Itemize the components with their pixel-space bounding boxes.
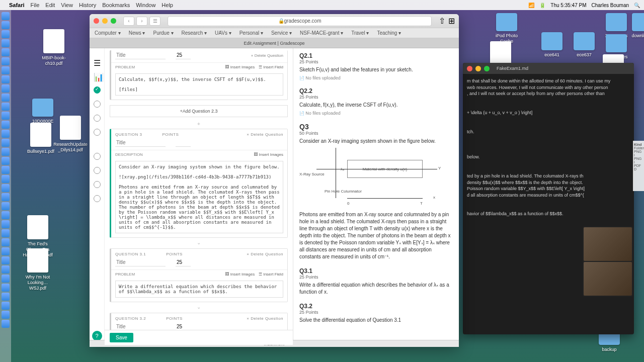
spotlight-icon[interactable]: 🔍 <box>634 3 640 8</box>
dock-app[interactable] <box>2 284 10 292</box>
wifi-icon[interactable]: 📶 <box>528 3 534 8</box>
dock-app[interactable] <box>2 148 10 156</box>
dock-app[interactable] <box>2 220 10 228</box>
dock-app[interactable] <box>2 311 10 319</box>
close-icon[interactable] <box>467 66 472 71</box>
collapse-handle[interactable]: ⌄ <box>110 240 288 245</box>
bookmark-item[interactable]: Travel ▾ <box>351 30 369 36</box>
dock-app[interactable] <box>2 229 10 237</box>
title-input[interactable] <box>115 258 166 266</box>
dock-app[interactable] <box>2 184 10 192</box>
user-name[interactable]: Charles Bouman <box>592 3 629 8</box>
problem-textarea[interactable]: Calculate, $$f(x,y)$$, the inverse CSFT … <box>115 73 283 96</box>
bookmark-item[interactable]: Service ▾ <box>271 30 292 36</box>
points-input[interactable] <box>176 139 191 147</box>
dock-app[interactable] <box>2 48 10 56</box>
app-name[interactable]: Safari <box>9 2 25 8</box>
add-question-button[interactable]: +Add Question 2.3 <box>110 105 288 117</box>
dock-app[interactable] <box>2 139 10 147</box>
step-icon[interactable] <box>94 129 101 136</box>
dock-app[interactable] <box>2 211 10 219</box>
menu-window[interactable]: Window <box>136 2 155 8</box>
step-icon[interactable] <box>94 195 101 202</box>
insert-images-link[interactable]: 🖼 Insert Images <box>225 272 255 277</box>
menu-help[interactable]: Help <box>162 2 173 8</box>
battery-icon[interactable]: 🔋 <box>539 3 545 8</box>
delete-question-link[interactable]: × Delete Question <box>251 53 283 58</box>
editor-titlebar[interactable]: FakeExam1.md <box>463 63 634 74</box>
step-icon[interactable] <box>94 167 101 174</box>
dock-app[interactable] <box>2 157 10 165</box>
dock-app[interactable] <box>2 30 10 38</box>
title-input[interactable] <box>115 51 166 59</box>
points-input[interactable] <box>176 258 191 266</box>
step-icon[interactable] <box>94 115 101 122</box>
video-call-window[interactable] <box>583 226 633 297</box>
minimize-icon[interactable] <box>102 18 108 24</box>
menu-bookmarks[interactable]: Bookmarks <box>102 2 130 8</box>
menu-view[interactable]: View <box>61 2 73 8</box>
insert-images-link[interactable]: 🖼 Insert Images <box>225 65 255 69</box>
bookmark-item[interactable]: Computer ▾ <box>95 30 121 36</box>
zoom-icon[interactable] <box>111 18 116 24</box>
close-icon[interactable] <box>94 18 99 24</box>
dock-app[interactable] <box>2 39 10 47</box>
url-bar[interactable]: 🔒 gradescope.com <box>168 16 432 26</box>
description-textarea[interactable]: Consider an X-ray imaging system shown i… <box>115 161 283 233</box>
sidebar-button[interactable]: ☰ <box>149 17 160 26</box>
dock-app[interactable] <box>2 121 10 129</box>
dock-app[interactable] <box>2 293 10 301</box>
desktop-icon[interactable]: ece641 <box>534 32 570 58</box>
share-button[interactable]: ⇧ <box>439 16 445 26</box>
editor-body[interactable]: m that shall be done within the allotted… <box>463 74 634 221</box>
bookmark-item[interactable]: NSF-MACE-grant ▾ <box>300 30 343 36</box>
collapse-handle[interactable]: ⌄ <box>110 304 288 310</box>
delete-question-link[interactable]: × Delete Question <box>247 132 283 137</box>
title-input[interactable] <box>115 139 166 147</box>
dock-app[interactable] <box>2 94 10 102</box>
dock-app[interactable] <box>2 130 10 138</box>
delete-question-link[interactable]: × Delete Question <box>247 252 283 256</box>
dock-app[interactable] <box>2 84 10 93</box>
dock-app[interactable] <box>2 57 10 65</box>
bookmark-item[interactable]: News ▾ <box>129 30 145 36</box>
browser-tab[interactable]: Edit Assignment | Gradescope <box>90 38 459 48</box>
bookmark-item[interactable]: Personal ▾ <box>239 30 263 36</box>
menu-history[interactable]: History <box>79 2 96 8</box>
tabs-button[interactable]: ⊞ <box>448 16 455 26</box>
dock-app[interactable] <box>2 256 10 264</box>
bookmark-item[interactable]: Teaching ▾ <box>377 30 401 36</box>
help-button[interactable]: ? <box>92 331 102 341</box>
dock-app[interactable] <box>2 175 10 183</box>
step-icon[interactable] <box>94 181 101 188</box>
dock-app[interactable] <box>2 21 10 29</box>
dock-app[interactable] <box>2 247 10 255</box>
dock-app[interactable] <box>2 238 10 246</box>
back-button[interactable]: ‹ <box>123 17 134 26</box>
dock-app[interactable] <box>2 103 10 111</box>
problem-textarea[interactable]: Write a differential equation which desc… <box>115 281 283 298</box>
dock-app[interactable] <box>2 202 10 210</box>
step-icon[interactable] <box>94 153 101 160</box>
dock-app[interactable] <box>2 193 10 201</box>
stats-icon[interactable]: 📊 <box>94 72 101 79</box>
forward-button[interactable]: › <box>136 17 147 26</box>
insert-field-link[interactable]: ☰ Insert Field <box>259 272 283 277</box>
bookmark-item[interactable]: Purdue ▾ <box>153 30 173 36</box>
desktop-icon[interactable]: Why I'm Not Looking…WSJ.pdf <box>20 248 55 291</box>
insert-images-link[interactable]: 🖼 Insert Images <box>254 152 283 157</box>
dock-app[interactable] <box>2 265 10 274</box>
save-button[interactable]: Save <box>110 333 133 342</box>
bookmark-item[interactable]: Research ▾ <box>182 30 207 36</box>
bookmark-item[interactable]: UAVs ▾ <box>215 30 231 36</box>
dock-app[interactable] <box>2 166 10 174</box>
dock-app[interactable] <box>2 12 10 20</box>
dock-app[interactable] <box>2 275 10 283</box>
menu-file[interactable]: File <box>31 2 40 8</box>
menu-edit[interactable]: Edit <box>45 2 55 8</box>
add-divider[interactable]: + <box>110 121 288 127</box>
clock[interactable]: Thu 5:35:47 PM <box>550 3 586 8</box>
step-icon[interactable] <box>94 101 101 108</box>
dock-app[interactable] <box>2 66 10 74</box>
desktop-icon[interactable]: Bullseye1.pdf <box>23 123 58 154</box>
